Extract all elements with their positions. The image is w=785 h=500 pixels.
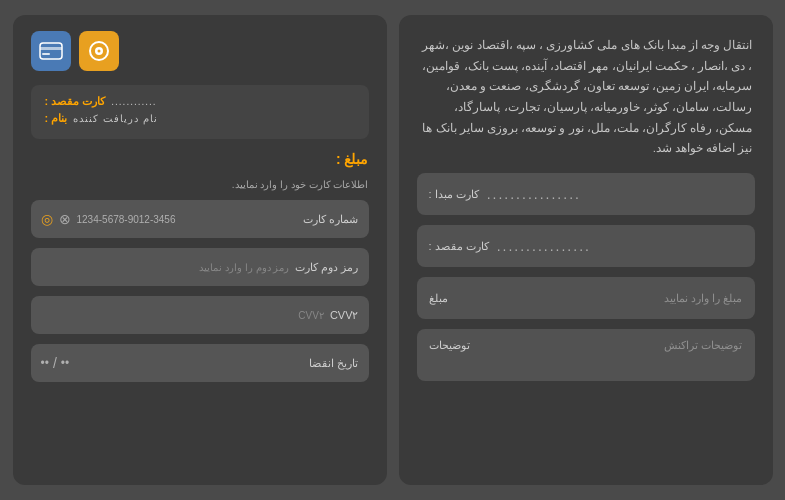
svg-rect-3 — [40, 43, 62, 59]
card-password-row[interactable]: رمز دوم کارت رمز دوم را وارد نمایید — [31, 248, 369, 286]
amount-label: مبلغ : — [31, 149, 369, 169]
desc-label: توضیحات — [429, 339, 470, 352]
description-text: انتقال وجه از مبدا بانک های ملی کشاورزی … — [417, 31, 755, 163]
dest-card-label: کارت مقصد : — [429, 240, 489, 253]
dest-card-value: ................ — [497, 238, 743, 254]
left-panel: انتقال وجه از مبدا بانک های ملی کشاورزی … — [399, 15, 773, 485]
expiry-row[interactable]: تاریخ انقضا •• / •• — [31, 344, 369, 382]
expiry-month: •• — [61, 356, 69, 370]
target-icon — [88, 40, 110, 62]
dest-card-info-row: ............ کارت مقصد : — [45, 95, 355, 108]
amount-placeholder: مبلغ را وارد نمایید — [456, 292, 743, 305]
clear-icon[interactable]: ⊗ — [59, 211, 71, 227]
expiry-label: تاریخ انقضا — [309, 357, 358, 370]
name-info-row: نام دریافت کننده بنام : — [45, 112, 355, 125]
dest-card-row[interactable]: ................ کارت مقصد : — [417, 225, 755, 267]
amount-row[interactable]: مبلغ را وارد نمایید مبلغ — [417, 277, 755, 319]
expiry-slash: / — [53, 355, 57, 371]
amount-label: مبلغ — [429, 292, 448, 305]
blue-icon-badge[interactable] — [31, 31, 71, 71]
name-value: نام دریافت کننده — [73, 113, 158, 124]
app-container: انتقال وجه از مبدا بانک های ملی کشاورزی … — [13, 15, 773, 485]
name-label: بنام : — [45, 112, 68, 125]
right-panel: ............ کارت مقصد : نام دریافت کنند… — [13, 15, 387, 485]
source-card-row[interactable]: ................ کارت مبدا : — [417, 173, 755, 215]
card-number-label: شماره کارت — [303, 213, 358, 226]
svg-rect-4 — [40, 47, 62, 50]
cvv2-label: CVV۲ — [330, 309, 359, 322]
source-card-value: ................ — [487, 186, 743, 202]
top-icons-row — [31, 31, 369, 71]
dest-card-info-label: کارت مقصد : — [45, 95, 106, 108]
svg-point-2 — [97, 50, 100, 53]
expiry-inputs: •• / •• — [41, 355, 304, 371]
cvv2-row[interactable]: CVV۲ CVV۲ — [31, 296, 369, 334]
desc-placeholder: توضیحات تراکنش — [478, 339, 743, 352]
dest-card-info-value: ............ — [111, 96, 156, 107]
card-password-placeholder: رمز دوم را وارد نمایید — [41, 262, 290, 273]
card-password-label: رمز دوم کارت — [295, 261, 358, 274]
orange-icon-badge[interactable] — [79, 31, 119, 71]
source-card-label: کارت مبدا : — [429, 188, 479, 201]
card-info-block: ............ کارت مقصد : نام دریافت کنند… — [31, 85, 369, 139]
card-number-value: 1234-5678-9012-3456 — [77, 214, 298, 225]
desc-row[interactable]: توضیحات تراکنش توضیحات — [417, 329, 755, 381]
card-number-row[interactable]: شماره کارت 1234-5678-9012-3456 ⊗ ◎ — [31, 200, 369, 238]
card-icon — [39, 42, 63, 60]
cvv2-placeholder: CVV۲ — [41, 310, 324, 321]
svg-rect-5 — [42, 53, 50, 55]
camera-icon[interactable]: ◎ — [41, 211, 53, 227]
hint-text: اطلاعات کارت خود را وارد نمایید. — [31, 179, 369, 190]
expiry-year: •• — [41, 356, 49, 370]
